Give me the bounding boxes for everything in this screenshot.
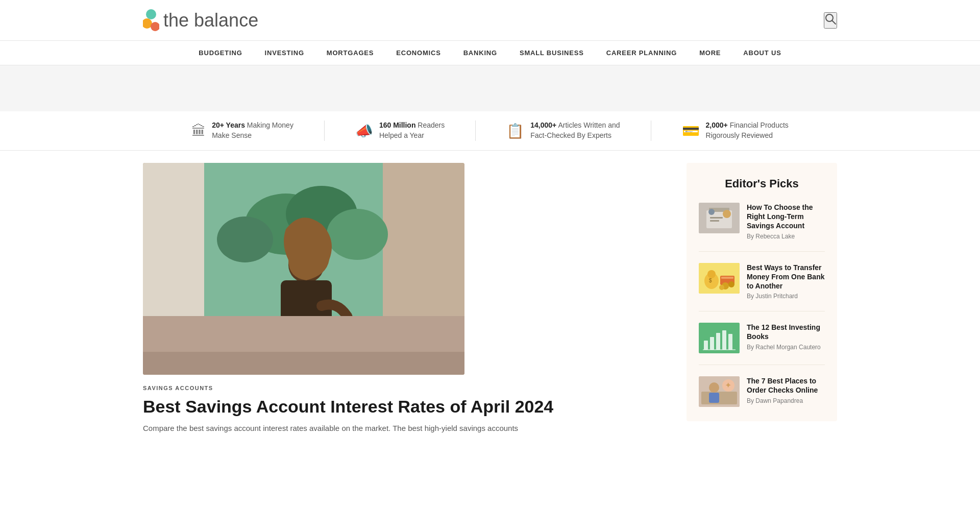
nav-item-about-us[interactable]: ABOUT US xyxy=(732,41,792,65)
hero-section: SAVINGS ACCOUNTS Best Savings Account In… xyxy=(143,163,661,434)
stat-readers-text: 160 Million ReadersHelped a Year xyxy=(379,120,445,140)
stat-products-text: 2,000+ Financial ProductsRigorously Revi… xyxy=(706,120,789,140)
main-content: SAVINGS ACCOUNTS Best Savings Account In… xyxy=(0,163,980,434)
svg-point-21 xyxy=(723,210,731,218)
hero-category: SAVINGS ACCOUNTS xyxy=(143,385,661,391)
pick-item-order-checks[interactable]: ✦ The 7 Best Places to Order Checks Onli… xyxy=(699,376,825,407)
nav-item-economics[interactable]: ECONOMICS xyxy=(385,41,452,65)
pick-author-3: By Rachel Morgan Cautero xyxy=(747,344,825,351)
pick-thumbnail-3 xyxy=(699,323,740,353)
svg-point-43 xyxy=(709,382,719,393)
svg-point-11 xyxy=(217,216,273,262)
svg-rect-36 xyxy=(710,337,714,350)
nav-item-small-business[interactable]: SMALL BUSINESS xyxy=(508,41,595,65)
pick-thumb-svg-3 xyxy=(699,323,740,353)
svg-rect-30 xyxy=(721,277,733,279)
pick-title-2: Best Ways to Transfer Money From One Ban… xyxy=(747,263,825,291)
nav-item-more[interactable]: MORE xyxy=(688,41,732,65)
pick-thumbnail-2: $ xyxy=(699,263,740,294)
svg-point-24 xyxy=(708,209,715,215)
hero-description: Compare the best savings account interes… xyxy=(143,422,661,434)
articles-icon: 📋 xyxy=(506,123,524,139)
stat-years: 🏛 20+ Years Making MoneyMake Sense xyxy=(161,120,324,140)
pick-title-1: How To Choose the Right Long-Term Saving… xyxy=(747,203,825,231)
pick-title-4: The 7 Best Places to Order Checks Online xyxy=(747,376,825,395)
editors-picks-title: Editor's Picks xyxy=(699,177,825,190)
pick-item-transfer-money[interactable]: $ Best Ways to Transfer Money From One B… xyxy=(699,263,825,312)
stats-bar: 🏛 20+ Years Making MoneyMake Sense 📣 160… xyxy=(0,111,980,151)
nav-item-career-planning[interactable]: CAREER PLANNING xyxy=(595,41,688,65)
hero-title[interactable]: Best Savings Account Interest Rates of A… xyxy=(143,396,661,417)
logo-text: the balance xyxy=(163,10,258,31)
svg-point-32 xyxy=(728,281,734,287)
site-header: the balance xyxy=(0,0,980,41)
svg-rect-44 xyxy=(709,393,719,403)
stat-readers: 📣 160 Million ReadersHelped a Year xyxy=(325,120,475,140)
stat-articles-text: 14,000+ Articles Written andFact-Checked… xyxy=(530,120,620,140)
stat-articles: 📋 14,000+ Articles Written andFact-Check… xyxy=(476,120,650,140)
nav-item-banking[interactable]: BANKING xyxy=(452,41,508,65)
logo[interactable]: the balance xyxy=(143,9,258,32)
nav-item-investing[interactable]: INVESTING xyxy=(254,41,315,65)
svg-point-0 xyxy=(146,9,156,19)
pick-info-3: The 12 Best Investing Books By Rachel Mo… xyxy=(747,323,825,353)
pick-info-4: The 7 Best Places to Order Checks Online… xyxy=(747,376,825,407)
pick-thumb-svg-1 xyxy=(699,203,740,233)
svg-rect-23 xyxy=(710,220,719,222)
svg-rect-39 xyxy=(728,334,732,350)
svg-text:$: $ xyxy=(709,278,712,283)
nav-item-mortgages[interactable]: MORTGAGES xyxy=(315,41,385,65)
stat-years-text: 20+ Years Making MoneyMake Sense xyxy=(212,120,293,140)
search-button[interactable] xyxy=(824,12,837,29)
readers-icon: 📣 xyxy=(355,123,373,139)
pick-info-1: How To Choose the Right Long-Term Saving… xyxy=(747,203,825,240)
hero-image[interactable] xyxy=(143,163,464,375)
logo-icon xyxy=(143,9,159,32)
svg-point-33 xyxy=(719,285,724,290)
stat-products: 💳 2,000+ Financial ProductsRigorously Re… xyxy=(651,120,819,140)
editors-picks-panel: Editor's Picks How To Choose the Right L… xyxy=(687,163,837,421)
svg-text:✦: ✦ xyxy=(725,381,731,390)
years-icon: 🏛 xyxy=(191,123,206,139)
svg-rect-37 xyxy=(716,333,720,350)
pick-thumbnail-4: ✦ xyxy=(699,376,740,407)
search-icon xyxy=(825,13,836,25)
svg-rect-17 xyxy=(143,352,464,375)
svg-rect-35 xyxy=(704,341,708,350)
svg-point-27 xyxy=(707,270,716,278)
products-icon: 💳 xyxy=(682,123,700,139)
pick-author-4: By Dawn Papandrea xyxy=(747,397,825,404)
pick-item-savings-account[interactable]: How To Choose the Right Long-Term Saving… xyxy=(699,203,825,252)
pick-thumbnail-1 xyxy=(699,203,740,233)
nav-item-budgeting[interactable]: BUDGETING xyxy=(187,41,253,65)
pick-item-investing-books[interactable]: The 12 Best Investing Books By Rachel Mo… xyxy=(699,323,825,365)
svg-rect-38 xyxy=(722,330,726,350)
pick-author-2: By Justin Pritchard xyxy=(747,293,825,300)
pick-thumb-svg-4: ✦ xyxy=(699,376,740,407)
pick-title-3: The 12 Best Investing Books xyxy=(747,323,825,341)
svg-rect-22 xyxy=(710,217,723,219)
svg-line-4 xyxy=(832,20,836,24)
pick-author-1: By Rebecca Lake xyxy=(747,233,825,240)
pick-thumb-svg-2: $ xyxy=(699,263,740,294)
main-nav: BUDGETING INVESTING MORTGAGES ECONOMICS … xyxy=(0,41,980,65)
svg-point-10 xyxy=(327,209,388,260)
hero-image-svg xyxy=(143,163,464,375)
ad-banner xyxy=(0,65,980,111)
pick-info-2: Best Ways to Transfer Money From One Ban… xyxy=(747,263,825,300)
